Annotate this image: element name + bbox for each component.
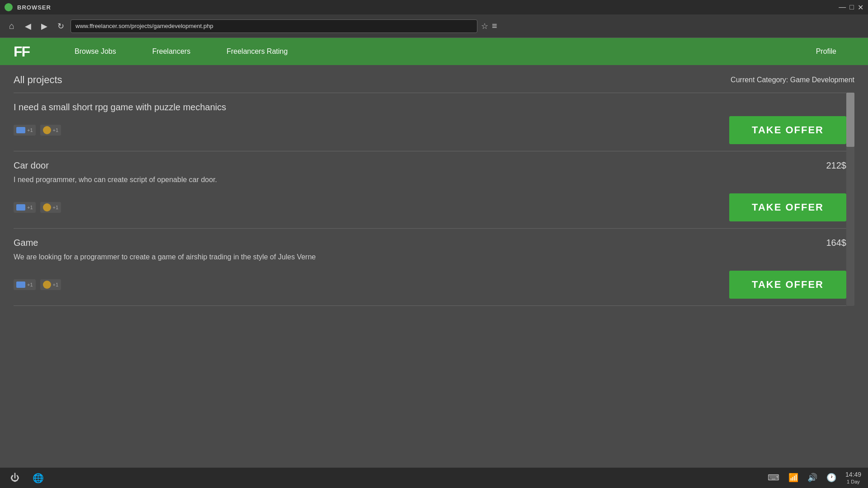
browser-icon bbox=[5, 3, 13, 11]
clock-icon: 🕐 bbox=[826, 473, 836, 483]
project-title-2: Car door bbox=[14, 160, 49, 171]
back-button[interactable]: ◀ bbox=[22, 20, 34, 33]
project-price-3: 164$ bbox=[826, 238, 847, 248]
content-wrapper: I need a small short rpg game with puzzl… bbox=[14, 93, 854, 306]
take-offer-button-1[interactable]: TAKE OFFER bbox=[729, 116, 846, 144]
project-footer-1: +1 +1 TAKE OFFER bbox=[14, 116, 846, 144]
project-footer-2: +1 +1 TAKE OFFER bbox=[14, 193, 846, 221]
tag-count-person-2: +1 bbox=[53, 205, 59, 210]
page-header: All projects Current Category: Game Deve… bbox=[14, 74, 854, 86]
title-bar: BROWSER — □ ✕ bbox=[0, 0, 868, 14]
take-offer-button-3[interactable]: TAKE OFFER bbox=[729, 271, 846, 299]
nav-browse-jobs[interactable]: Browse Jobs bbox=[57, 47, 134, 56]
monitor-icon-2 bbox=[16, 204, 25, 211]
project-price-2: 212$ bbox=[826, 160, 847, 171]
tag-count-monitor-2: +1 bbox=[27, 205, 33, 210]
browser-menu-button[interactable]: ≡ bbox=[492, 21, 497, 31]
person-icon-2 bbox=[43, 203, 51, 211]
tag-monitor-3: +1 bbox=[14, 279, 36, 290]
refresh-button[interactable]: ↻ bbox=[54, 20, 67, 33]
taskbar-right: ⌨ 📶 🔊 🕐 14:49 1 Day bbox=[768, 470, 861, 485]
browser-title: BROWSER bbox=[17, 4, 51, 11]
taskbar: ⏻ 🌐 ⌨ 📶 🔊 🕐 14:49 1 Day bbox=[0, 468, 868, 488]
power-button[interactable]: ⏻ bbox=[7, 470, 23, 486]
category-label: Current Category: Game Development bbox=[731, 76, 854, 84]
page-title: All projects bbox=[14, 74, 62, 86]
wifi-icon: 📶 bbox=[788, 473, 798, 483]
project-title-3: Game bbox=[14, 238, 38, 248]
project-header-1: I need a small short rpg game with puzzl… bbox=[14, 102, 846, 113]
bookmark-button[interactable]: ☆ bbox=[481, 21, 488, 31]
keyboard-icon: ⌨ bbox=[768, 473, 779, 483]
maximize-button[interactable]: □ bbox=[849, 3, 854, 12]
address-bar: ⌂ ◀ ▶ ↻ ☆ ≡ bbox=[0, 14, 868, 38]
nav-freelancers[interactable]: Freelancers bbox=[134, 47, 208, 56]
monitor-icon-3 bbox=[16, 282, 25, 288]
projects-list: I need a small short rpg game with puzzl… bbox=[14, 93, 846, 306]
date-display: 1 Day bbox=[847, 479, 860, 485]
project-tags-3: +1 +1 bbox=[14, 279, 61, 290]
main-content: All projects Current Category: Game Deve… bbox=[0, 65, 868, 488]
volume-icon: 🔊 bbox=[807, 473, 817, 483]
tag-count-person-1: +1 bbox=[53, 127, 59, 133]
tag-monitor-2: +1 bbox=[14, 202, 36, 213]
nav-bar: FF Browse Jobs Freelancers Freelancers R… bbox=[0, 38, 868, 65]
taskbar-time: 14:49 1 Day bbox=[845, 470, 861, 485]
project-tags-1: +1 +1 bbox=[14, 125, 61, 136]
home-button[interactable]: ⌂ bbox=[5, 20, 18, 33]
project-header-3: Game 164$ bbox=[14, 238, 846, 248]
window-controls: — □ ✕ bbox=[839, 3, 863, 12]
tag-count-monitor-3: +1 bbox=[27, 282, 33, 287]
project-description-2: I need programmer, who can create script… bbox=[14, 174, 846, 185]
take-offer-button-2[interactable]: TAKE OFFER bbox=[729, 193, 846, 221]
tag-person-1: +1 bbox=[40, 125, 61, 136]
person-icon-3 bbox=[43, 281, 51, 289]
forward-button[interactable]: ▶ bbox=[38, 20, 51, 33]
tag-monitor-1: +1 bbox=[14, 125, 36, 136]
tag-person-3: +1 bbox=[40, 279, 61, 290]
project-description-3: We are looking for a programmer to creat… bbox=[14, 252, 846, 263]
url-input[interactable] bbox=[71, 19, 477, 33]
minimize-button[interactable]: — bbox=[839, 3, 846, 12]
tag-count-person-3: +1 bbox=[53, 282, 59, 287]
tag-count-monitor-1: +1 bbox=[27, 127, 33, 133]
project-footer-3: +1 +1 TAKE OFFER bbox=[14, 271, 846, 299]
person-icon-1 bbox=[43, 126, 51, 134]
site-logo: FF bbox=[14, 43, 29, 60]
nav-freelancers-rating[interactable]: Freelancers Rating bbox=[208, 47, 306, 56]
project-card-2: Car door 212$ I need programmer, who can… bbox=[14, 151, 846, 229]
project-header-2: Car door 212$ bbox=[14, 160, 846, 171]
globe-button[interactable]: 🌐 bbox=[30, 470, 46, 486]
project-card-1: I need a small short rpg game with puzzl… bbox=[14, 93, 846, 151]
scrollbar-thumb[interactable] bbox=[846, 93, 854, 147]
monitor-icon-1 bbox=[16, 127, 25, 133]
time-display: 14:49 bbox=[845, 470, 861, 479]
scrollbar[interactable] bbox=[846, 93, 854, 306]
close-button[interactable]: ✕ bbox=[858, 3, 863, 12]
nav-profile[interactable]: Profile bbox=[798, 47, 854, 56]
project-card-3: Game 164$ We are looking for a programme… bbox=[14, 229, 846, 306]
project-title-1: I need a small short rpg game with puzzl… bbox=[14, 102, 226, 113]
project-tags-2: +1 +1 bbox=[14, 202, 61, 213]
tag-person-2: +1 bbox=[40, 202, 61, 213]
